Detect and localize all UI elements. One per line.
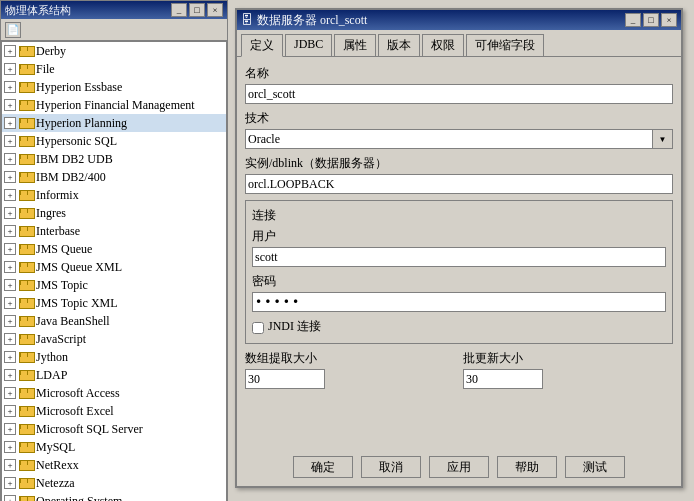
apply-button[interactable]: 应用 [429, 456, 489, 478]
tree-expand-icon[interactable]: + [4, 405, 16, 417]
instance-input[interactable] [245, 174, 673, 194]
tree-item[interactable]: +MySQL [2, 438, 226, 456]
tree-expand-icon[interactable]: + [4, 333, 16, 345]
array-fetch-group: 数组提取大小 [245, 350, 455, 389]
array-fetch-input[interactable] [245, 369, 325, 389]
tree-item[interactable]: +Microsoft SQL Server [2, 420, 226, 438]
tree-expand-icon[interactable]: + [4, 153, 16, 165]
tree-expand-icon[interactable]: + [4, 387, 16, 399]
tree-expand-icon[interactable]: + [4, 423, 16, 435]
instance-label: 实例/dblink（数据服务器） [245, 155, 673, 172]
tree-item[interactable]: +IBM DB2/400 [2, 168, 226, 186]
tree-expand-icon[interactable]: + [4, 477, 16, 489]
tree-item[interactable]: +Derby [2, 42, 226, 60]
name-input[interactable] [245, 84, 673, 104]
tab-属性[interactable]: 属性 [334, 34, 376, 56]
tree-expand-icon[interactable]: + [4, 171, 16, 183]
tree-item[interactable]: +Hypersonic SQL [2, 132, 226, 150]
new-item-icon[interactable]: 📄 [5, 22, 21, 38]
batch-update-label: 批更新大小 [463, 350, 673, 367]
tab-JDBC[interactable]: JDBC [285, 34, 332, 56]
tree-expand-icon[interactable]: + [4, 351, 16, 363]
tree-item[interactable]: +Microsoft Access [2, 384, 226, 402]
tree-expand-icon[interactable]: + [4, 297, 16, 309]
tech-label: 技术 [245, 110, 673, 127]
tree-item-label: Hypersonic SQL [36, 134, 117, 149]
tree-item[interactable]: +LDAP [2, 366, 226, 384]
folder-icon [18, 43, 34, 59]
dialog-maximize-btn[interactable]: □ [643, 13, 659, 27]
tree-expand-icon[interactable]: + [4, 81, 16, 93]
tree-expand-icon[interactable]: + [4, 117, 16, 129]
tree-item[interactable]: +Interbase [2, 222, 226, 240]
tree-expand-icon[interactable]: + [4, 99, 16, 111]
tree-item[interactable]: +JavaScript [2, 330, 226, 348]
tech-dropdown-btn[interactable]: ▼ [653, 129, 673, 149]
tree-item[interactable]: +Hyperion Essbase [2, 78, 226, 96]
tree-item[interactable]: +IBM DB2 UDB [2, 150, 226, 168]
tree-expand-icon[interactable]: + [4, 225, 16, 237]
tree-item-label: Microsoft Excel [36, 404, 114, 419]
tree-expand-icon[interactable]: + [4, 369, 16, 381]
tree-item[interactable]: +Jython [2, 348, 226, 366]
tree-item[interactable]: +Netezza [2, 474, 226, 492]
dialog-icon: 🗄 [241, 13, 253, 28]
tree-item-label: JMS Queue [36, 242, 92, 257]
tree-expand-icon[interactable]: + [4, 315, 16, 327]
left-panel: 物理体系结构 _ □ × 📄 +Derby+File+Hyperion Essb… [0, 0, 228, 501]
tree-item[interactable]: +Informix [2, 186, 226, 204]
user-input[interactable] [252, 247, 666, 267]
password-input[interactable] [252, 292, 666, 312]
tree-item[interactable]: +JMS Queue XML [2, 258, 226, 276]
tree-item[interactable]: +JMS Topic XML [2, 294, 226, 312]
tree-expand-icon[interactable]: + [4, 135, 16, 147]
left-panel-maximize[interactable]: □ [189, 3, 205, 17]
tech-input[interactable] [245, 129, 653, 149]
left-panel-close[interactable]: × [207, 3, 223, 17]
tree-expand-icon[interactable]: + [4, 243, 16, 255]
tree-item[interactable]: +Hyperion Planning [2, 114, 226, 132]
tree-item[interactable]: +Java BeanShell [2, 312, 226, 330]
batch-update-input[interactable] [463, 369, 543, 389]
tree-expand-icon[interactable]: + [4, 279, 16, 291]
ok-button[interactable]: 确定 [293, 456, 353, 478]
dialog-minimize-btn[interactable]: _ [625, 13, 641, 27]
tree-expand-icon[interactable]: + [4, 189, 16, 201]
folder-icon [18, 457, 34, 473]
dialog-controls: _ □ × [625, 13, 677, 27]
dialog-content: 名称 技术 ▼ 实例/dblink（数据服务器） 连接 用户 [237, 57, 681, 403]
folder-icon [18, 331, 34, 347]
connection-title: 连接 [252, 207, 666, 224]
tab-可伸缩字段[interactable]: 可伸缩字段 [466, 34, 544, 56]
tree-expand-icon[interactable]: + [4, 441, 16, 453]
tree-item-label: Operating System [36, 494, 122, 502]
tab-权限[interactable]: 权限 [422, 34, 464, 56]
test-button[interactable]: 测试 [565, 456, 625, 478]
cancel-button[interactable]: 取消 [361, 456, 421, 478]
folder-icon [18, 133, 34, 149]
tab-版本[interactable]: 版本 [378, 34, 420, 56]
tree-expand-icon[interactable]: + [4, 207, 16, 219]
tree-item[interactable]: +NetRexx [2, 456, 226, 474]
tree-item[interactable]: +Ingres [2, 204, 226, 222]
tree-item[interactable]: +File [2, 60, 226, 78]
tree-expand-icon[interactable]: + [4, 495, 16, 501]
tree-item[interactable]: +JMS Topic [2, 276, 226, 294]
password-label: 密码 [252, 273, 666, 290]
dialog-close-btn[interactable]: × [661, 13, 677, 27]
tree-item[interactable]: +Hyperion Financial Management [2, 96, 226, 114]
folder-icon [18, 223, 34, 239]
tab-定义[interactable]: 定义 [241, 34, 283, 57]
tree-expand-icon[interactable]: + [4, 261, 16, 273]
help-button[interactable]: 帮助 [497, 456, 557, 478]
tree-item[interactable]: +Microsoft Excel [2, 402, 226, 420]
tree-item[interactable]: +JMS Queue [2, 240, 226, 258]
tree-expand-icon[interactable]: + [4, 459, 16, 471]
tree-container[interactable]: +Derby+File+Hyperion Essbase+Hyperion Fi… [1, 41, 227, 501]
tree-item[interactable]: +Operating System [2, 492, 226, 501]
jndi-checkbox[interactable] [252, 322, 264, 334]
left-panel-minimize[interactable]: _ [171, 3, 187, 17]
tree-expand-icon[interactable]: + [4, 63, 16, 75]
tree-expand-icon[interactable]: + [4, 45, 16, 57]
dialog-titlebar: 🗄 数据服务器 orcl_scott _ □ × [237, 10, 681, 30]
